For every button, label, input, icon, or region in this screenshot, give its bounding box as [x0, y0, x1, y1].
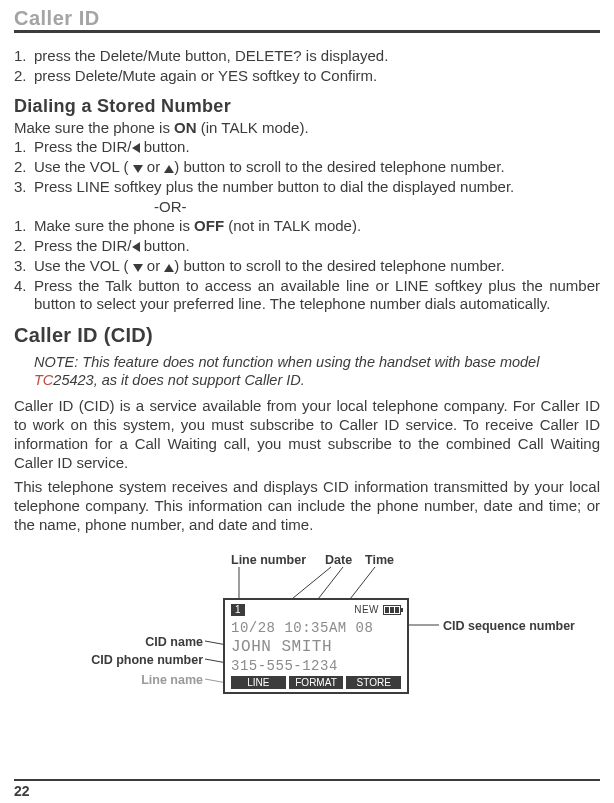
list-text: Press the DIR/ button.: [34, 237, 600, 256]
cid-para-2: This telephone system receives and displ…: [14, 478, 600, 534]
text: (not in TALK mode).: [224, 217, 361, 234]
arrow-up-icon: [164, 264, 174, 272]
dialing-b-1: 1. Make sure the phone is OFF (not in TA…: [14, 217, 600, 236]
list-text: Make sure the phone is OFF (not in TALK …: [34, 217, 600, 236]
dialing-b-3: 3. Use the VOL ( or ) button to scroll t…: [14, 257, 600, 276]
arrow-down-icon: [133, 165, 143, 173]
softkey-format: FORMAT: [289, 676, 344, 689]
or-separator: -OR-: [14, 198, 600, 217]
dialing-b-4: 4. Press the Talk button to access an av…: [14, 277, 600, 315]
label-line-number: Line number: [231, 553, 306, 567]
intro-line-1: 1. press the Delete/Mute button, DELETE?…: [14, 47, 600, 66]
arrow-left-icon: [132, 242, 140, 252]
dialing-heading: Dialing a Stored Number: [14, 96, 600, 117]
text: (in TALK mode).: [197, 119, 309, 136]
label-cid-sequence-number: CID sequence number: [443, 619, 575, 633]
text: Press the DIR/: [34, 138, 132, 155]
off-label: OFF: [194, 217, 224, 234]
label-line-name: Line name: [141, 673, 203, 687]
list-number: 1.: [14, 47, 34, 66]
list-number: 2.: [14, 237, 34, 256]
text: Use the VOL (: [34, 158, 128, 175]
text: Use the VOL (: [34, 257, 128, 274]
lcd-new-label: NEW: [354, 604, 379, 615]
dialing-b-2: 2. Press the DIR/ button.: [14, 237, 600, 256]
footer-rule: [14, 779, 600, 781]
label-time: Time: [365, 553, 394, 567]
list-number: 1.: [14, 217, 34, 236]
label-date: Date: [325, 553, 352, 567]
page-header: Caller ID: [14, 8, 600, 28]
dialing-lead: Make sure the phone is ON (in TALK mode)…: [14, 119, 600, 138]
list-number: 2.: [14, 67, 34, 86]
text: Make sure the phone is: [14, 119, 174, 136]
cid-diagram: Line number Date Time CID name CID phone…: [27, 553, 587, 723]
text: or: [143, 257, 165, 274]
lcd-date-time-row: 10/28 10:35AM 08: [231, 620, 401, 636]
cid-para-1: Caller ID (CID) is a service available f…: [14, 397, 600, 472]
list-text: Press the Talk button to access an avail…: [34, 277, 600, 315]
lcd-number-row: 315-555-1234: [231, 658, 401, 674]
list-number: 4.: [14, 277, 34, 315]
softkey-line: LINE: [231, 676, 286, 689]
list-number: 2.: [14, 158, 34, 177]
cid-heading: Caller ID (CID): [14, 324, 600, 347]
text: ) button to scroll to the desired teleph…: [174, 158, 504, 175]
list-text: Use the VOL ( or ) button to scroll to t…: [34, 158, 600, 177]
dialing-a-2: 2. Use the VOL ( or ) button to scroll t…: [14, 158, 600, 177]
arrow-up-icon: [164, 165, 174, 173]
cid-note: NOTE: This feature does not function whe…: [34, 353, 600, 389]
label-cid-phone-number: CID phone number: [91, 653, 203, 667]
lcd-softkeys: LINE FORMAT STORE: [231, 676, 401, 689]
list-number: 3.: [14, 178, 34, 197]
list-text: press the Delete/Mute button, DELETE? is…: [34, 47, 600, 66]
text: button.: [144, 138, 190, 155]
note-tc: TC: [34, 372, 53, 388]
text: or: [143, 158, 165, 175]
arrow-left-icon: [132, 143, 140, 153]
text: button.: [140, 237, 190, 254]
on-label: ON: [174, 119, 197, 136]
list-text: Press LINE softkey plus the number butto…: [34, 178, 600, 197]
list-number: 3.: [14, 257, 34, 276]
intro-line-2: 2. press Delete/Mute again or YES softke…: [14, 67, 600, 86]
lcd-name-row: JOHN SMITH: [231, 638, 401, 656]
text: Press the DIR/: [34, 237, 132, 254]
note-text: 25423, as it does not support Caller ID.: [53, 372, 304, 388]
note-text: NOTE: This feature does not function whe…: [34, 354, 539, 370]
softkey-store: STORE: [346, 676, 401, 689]
list-text: press Delete/Mute again or YES softkey t…: [34, 67, 600, 86]
text: ) button to scroll to the desired teleph…: [174, 257, 504, 274]
label-cid-name: CID name: [145, 635, 203, 649]
text: Make sure the phone is: [34, 217, 194, 234]
header-rule: [14, 30, 600, 33]
list-text: Press the DIR/ button.: [34, 138, 600, 157]
battery-icon: [383, 605, 401, 615]
page-number: 22: [14, 783, 30, 799]
lcd-top-row: 1 NEW: [231, 604, 401, 616]
list-number: 1.: [14, 138, 34, 157]
dialing-a-1: 1. Press the DIR/ button.: [14, 138, 600, 157]
list-text: Use the VOL ( or ) button to scroll to t…: [34, 257, 600, 276]
arrow-down-icon: [133, 264, 143, 272]
dialing-a-3: 3. Press LINE softkey plus the number bu…: [14, 178, 600, 197]
lcd-line-indicator: 1: [231, 604, 245, 616]
lcd-screen: 1 NEW 10/28 10:35AM 08 JOHN SMITH 315-55…: [223, 598, 409, 694]
